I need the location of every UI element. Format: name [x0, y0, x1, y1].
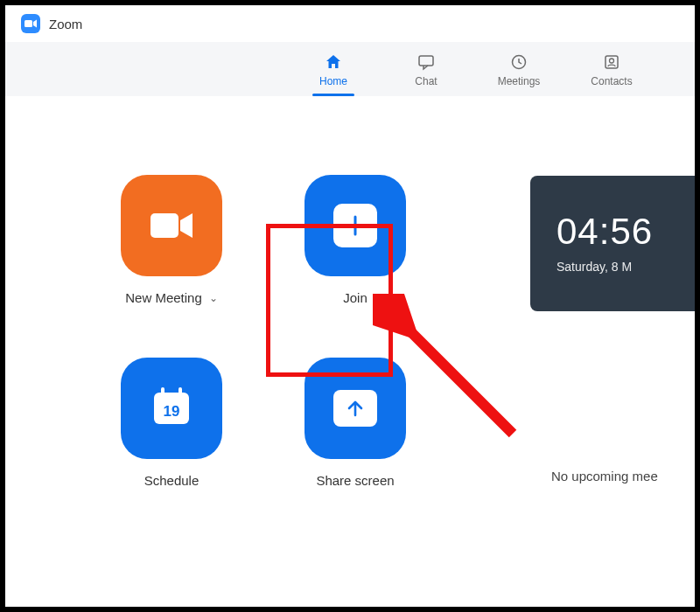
tab-chat[interactable]: Chat: [400, 52, 452, 87]
tab-contacts[interactable]: Contacts: [585, 52, 638, 87]
video-camera-icon: [147, 208, 196, 243]
home-icon: [324, 52, 343, 72]
svg-rect-3: [606, 56, 618, 68]
new-meeting-button[interactable]: [121, 175, 222, 276]
tabbar: Home Chat Meetings Contacts: [5, 42, 695, 96]
clock-icon: [509, 52, 528, 72]
plus-icon: [343, 213, 368, 238]
join-button[interactable]: [304, 175, 406, 276]
tab-label: Contacts: [591, 75, 632, 87]
action-label: Join: [343, 290, 368, 305]
tab-meetings[interactable]: Meetings: [493, 52, 545, 87]
no-upcoming-meetings-text: No upcoming mee: [530, 469, 696, 483]
arrow-up-icon: [346, 399, 365, 418]
share-screen-button[interactable]: [304, 358, 406, 459]
action-share-screen: Share screen: [285, 358, 425, 488]
action-label: New Meeting: [125, 290, 202, 305]
clock-card: 04:56 Saturday, 8 M: [530, 176, 696, 311]
svg-rect-7: [161, 387, 164, 396]
chat-icon: [416, 52, 436, 72]
schedule-button[interactable]: 19: [121, 358, 222, 459]
action-grid: New Meeting ⌄ Join: [102, 175, 425, 488]
tab-home[interactable]: Home: [307, 52, 360, 87]
app-title: Zoom: [49, 17, 82, 31]
tab-label: Home: [319, 75, 347, 87]
zoom-logo-icon: [21, 14, 40, 33]
titlebar: Zoom: [5, 5, 695, 42]
action-join: Join: [285, 175, 425, 305]
tab-label: Meetings: [498, 75, 541, 87]
contacts-icon: [602, 52, 621, 72]
action-new-meeting: New Meeting ⌄: [102, 175, 242, 305]
action-label: Share screen: [316, 473, 394, 488]
svg-rect-0: [24, 20, 32, 27]
calendar-day: 19: [149, 403, 194, 421]
svg-rect-5: [150, 213, 178, 238]
action-schedule: 19 Schedule: [102, 358, 242, 488]
clock-time: 04:56: [556, 211, 696, 253]
svg-point-4: [610, 59, 614, 63]
right-panel: 04:56 Saturday, 8 M No upcoming mee: [530, 176, 696, 483]
chevron-down-icon[interactable]: ⌄: [209, 292, 218, 304]
tab-label: Chat: [415, 75, 437, 87]
svg-rect-1: [419, 56, 433, 66]
svg-rect-8: [178, 387, 182, 396]
action-label: Schedule: [144, 473, 200, 488]
clock-date: Saturday, 8 M: [556, 260, 696, 274]
